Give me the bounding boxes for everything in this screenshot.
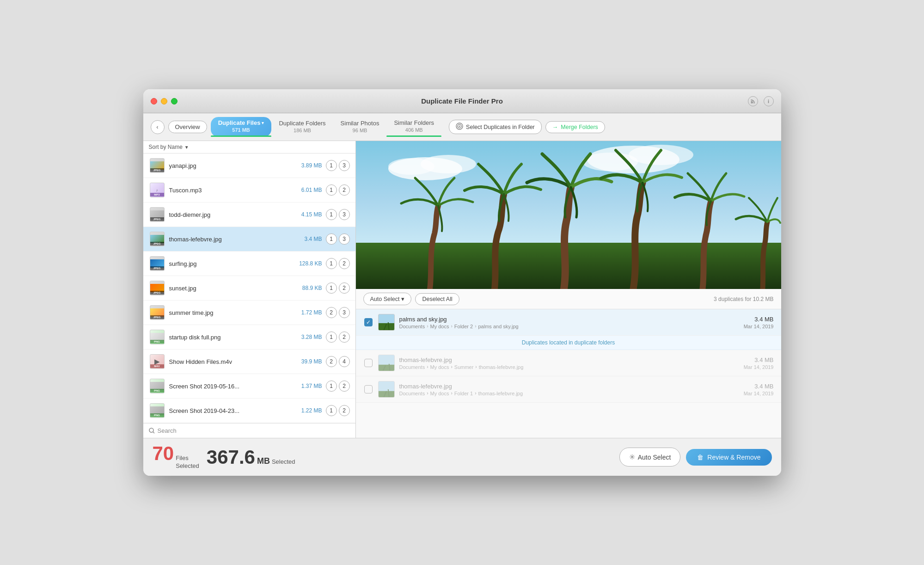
info-icon[interactable]: i xyxy=(764,96,774,106)
dropdown-arrow-icon: ▾ xyxy=(401,295,404,302)
badge-1[interactable]: 1 xyxy=(326,381,337,392)
tab-similar-photos[interactable]: Similar Photos 96 MB xyxy=(333,117,387,136)
right-panel: Auto Select ▾ Deselect All 3 duplicates … xyxy=(356,141,781,438)
dup-file-row[interactable]: thomas-lefebvre.jpg Documents › My docs … xyxy=(356,376,781,403)
file-name: sunset.jpg xyxy=(169,285,288,292)
dup-badges: 1 3 xyxy=(326,209,350,220)
size-label: Selected xyxy=(272,458,295,465)
merge-folders-button[interactable]: → Merge Folders xyxy=(545,121,605,133)
auto-select-bottom-button[interactable]: ✳ Auto Select xyxy=(619,448,681,467)
bottom-actions: ✳ Auto Select 🗑 Review & Remove xyxy=(619,448,772,467)
badge-1[interactable]: 1 xyxy=(326,233,337,245)
badge-1[interactable]: 1 xyxy=(326,209,337,220)
selected-count: 70 Files Selected xyxy=(153,444,199,470)
select-duplicates-in-folder-button[interactable]: Select Duplicates in Folder xyxy=(449,120,542,134)
list-item[interactable]: JPEG thomas-lefebvre.jpg 3.4 MB 1 3 xyxy=(143,227,355,252)
file-size: 4.15 MB xyxy=(292,211,322,218)
list-item[interactable]: PNG Screen Shot 2019-04-23... 1.22 MB 1 … xyxy=(143,399,355,423)
preview-image xyxy=(356,141,781,289)
list-item[interactable]: JPEG yanapi.jpg 3.89 MB 1 3 xyxy=(143,154,355,178)
checkbox[interactable] xyxy=(363,358,373,368)
badge-1[interactable]: 1 xyxy=(326,282,337,294)
dup-badges: 1 2 xyxy=(326,332,350,343)
sort-bar[interactable]: Sort by Name ▼ xyxy=(143,141,355,154)
list-item[interactable]: PNG Screen Shot 2019-05-16... 1.37 MB 1 … xyxy=(143,374,355,399)
search-bar[interactable]: Search xyxy=(143,423,355,438)
tab-similar-folders[interactable]: Similar Folders 406 MB xyxy=(386,117,441,137)
asterisk-icon: ✳ xyxy=(629,453,635,461)
badge-2[interactable]: 2 xyxy=(339,332,350,343)
auto-select-button[interactable]: Auto Select ▾ xyxy=(363,293,412,305)
badge-2[interactable]: 2 xyxy=(339,258,350,269)
action-bar: Auto Select ▾ Deselect All 3 duplicates … xyxy=(356,289,781,309)
file-icon: JPEG xyxy=(149,157,165,174)
badge-2[interactable]: 2 xyxy=(339,405,350,416)
list-item[interactable]: ♪ MP3 Tuscon.mp3 6.01 MB 1 2 xyxy=(143,178,355,203)
detail-area: Auto Select ▾ Deselect All 3 duplicates … xyxy=(356,289,781,438)
checkbox-unchecked-icon xyxy=(364,385,373,393)
file-name: summer time.jpg xyxy=(169,309,288,316)
badge-2[interactable]: 2 xyxy=(339,184,350,196)
file-icon: ♪ MP3 xyxy=(149,182,165,198)
badge-2[interactable]: 2 xyxy=(339,381,350,392)
overview-button[interactable]: Overview xyxy=(168,121,207,133)
size-num: 367.6 xyxy=(207,448,255,467)
list-item[interactable]: JPEG sunset.jpg 88.9 KB 1 2 xyxy=(143,276,355,301)
badge-1[interactable]: 2 xyxy=(326,307,337,318)
left-panel: Sort by Name ▼ JPEG yanapi.jpg 3.89 MB xyxy=(143,141,356,438)
dup-file-row[interactable]: ✓ palms and sky.jpg Documents xyxy=(356,309,781,336)
checkbox[interactable] xyxy=(363,384,373,394)
back-button[interactable]: ‹ xyxy=(151,120,165,134)
minimize-button[interactable] xyxy=(161,98,167,104)
badge-2[interactable]: 3 xyxy=(339,233,350,245)
checkbox[interactable]: ✓ xyxy=(363,317,373,327)
badge-2[interactable]: 3 xyxy=(339,209,350,220)
tab-duplicate-folders-size: 186 MB xyxy=(294,128,311,133)
dup-info: palms and sky.jpg Documents › My docs › … xyxy=(399,316,739,329)
file-name: Screen Shot 2019-05-16... xyxy=(169,383,288,390)
window-title: Duplicate File Finder Pro xyxy=(421,97,503,105)
dup-badges: 1 2 xyxy=(326,381,350,392)
file-icon: JPEG xyxy=(149,304,165,321)
dup-badges: 2 3 xyxy=(326,307,350,318)
fullscreen-button[interactable] xyxy=(171,98,177,104)
tab-duplicate-folders[interactable]: Duplicate Folders 186 MB xyxy=(271,117,333,136)
svg-point-9 xyxy=(388,158,434,175)
file-list: JPEG yanapi.jpg 3.89 MB 1 3 ♪ xyxy=(143,154,355,423)
file-size: 1.72 MB xyxy=(292,309,322,316)
dup-meta: 3.4 MB Mar 14, 2019 xyxy=(744,316,774,329)
list-item[interactable]: JPEG todd-diemer.jpg 4.15 MB 1 3 xyxy=(143,203,355,227)
dup-path: Documents › My docs › Summer › thomas-le… xyxy=(399,364,739,370)
badge-2[interactable]: 3 xyxy=(339,160,350,171)
badge-2[interactable]: 4 xyxy=(339,356,350,367)
list-item[interactable]: PNG startup disk full.png 3.28 MB 1 2 xyxy=(143,325,355,350)
badge-1[interactable]: 1 xyxy=(326,405,337,416)
badge-1[interactable]: 1 xyxy=(326,332,337,343)
review-remove-button[interactable]: 🗑 Review & Remove xyxy=(686,449,771,466)
preview-area xyxy=(356,141,781,289)
list-item[interactable]: ▶ M4V Show Hidden Files.m4v 39.9 MB 2 4 xyxy=(143,350,355,374)
toolbar: ‹ Overview Duplicate Files ▾ 571 MB Dupl… xyxy=(143,113,781,141)
badge-2[interactable]: 3 xyxy=(339,307,350,318)
badge-1[interactable]: 1 xyxy=(326,160,337,171)
sort-arrow-icon: ▼ xyxy=(184,145,189,150)
list-item[interactable]: JPEG surfing.jpg 128.8 KB 1 2 xyxy=(143,252,355,276)
dup-file-row[interactable]: thomas-lefebvre.jpg Documents › My docs … xyxy=(356,350,781,376)
dup-thumb xyxy=(378,355,395,371)
dup-info: thomas-lefebvre.jpg Documents › My docs … xyxy=(399,383,739,396)
dup-badges: 1 2 xyxy=(326,184,350,196)
tab-duplicate-files[interactable]: Duplicate Files ▾ 571 MB xyxy=(211,117,272,137)
list-item[interactable]: JPEG summer time.jpg 1.72 MB 2 3 xyxy=(143,301,355,325)
checkbox-checked-icon: ✓ xyxy=(364,318,373,326)
close-button[interactable] xyxy=(151,98,157,104)
file-name: Screen Shot 2019-04-23... xyxy=(169,407,288,414)
deselect-all-button[interactable]: Deselect All xyxy=(415,293,459,305)
badge-1[interactable]: 2 xyxy=(326,356,337,367)
badge-1[interactable]: 1 xyxy=(326,258,337,269)
badge-1[interactable]: 1 xyxy=(326,184,337,196)
badge-2[interactable]: 2 xyxy=(339,282,350,294)
dup-info: thomas-lefebvre.jpg Documents › My docs … xyxy=(399,356,739,370)
file-name: surfing.jpg xyxy=(169,260,288,267)
file-name: Show Hidden Files.m4v xyxy=(169,358,288,365)
rss-icon[interactable] xyxy=(748,96,758,106)
